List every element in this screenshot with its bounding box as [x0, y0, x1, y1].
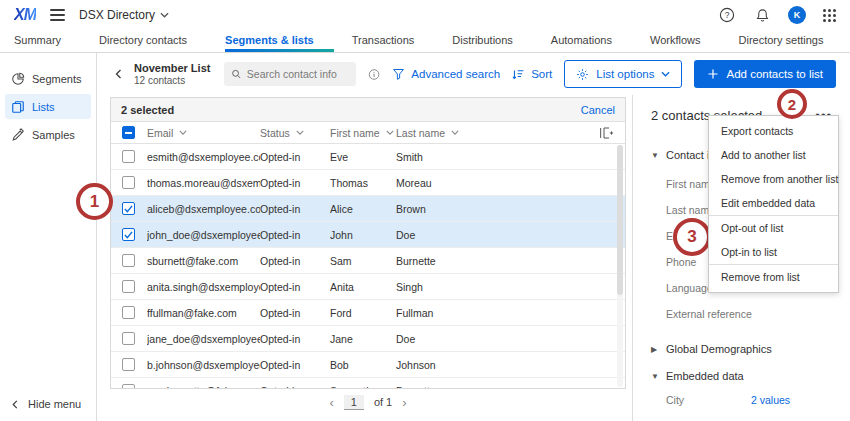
row-checkbox[interactable]	[122, 176, 135, 189]
add-column-icon[interactable]	[599, 126, 625, 140]
app-grid-icon[interactable]	[823, 9, 836, 22]
search-icon	[231, 68, 241, 80]
row-checkbox[interactable]	[122, 150, 135, 163]
help-icon[interactable]: ?	[718, 6, 736, 24]
advanced-search-button[interactable]: Advanced search	[392, 68, 500, 80]
table-row[interactable]: ffullman@fake.comOpted-inFordFullman	[111, 300, 625, 326]
table-row-selected[interactable]: aliceb@dsxemployee.comOpted-inAliceBrown	[111, 196, 625, 222]
prev-page-button[interactable]: ‹	[329, 395, 333, 410]
menu-item-opt-out-of-list[interactable]: Opt-out of list	[709, 216, 838, 240]
table-header-row: Email Status First name Last name	[111, 122, 625, 144]
sidebar: Segments Lists Samples Hide menu	[0, 53, 97, 421]
column-header-status[interactable]: Status	[260, 127, 330, 139]
row-checkbox[interactable]	[122, 280, 135, 293]
contact-table-area: 2 selected Cancel Email Status First nam…	[97, 95, 632, 421]
back-button[interactable]	[115, 69, 122, 79]
selection-bar: 2 selected Cancel	[111, 98, 625, 122]
tab-segments-lists[interactable]: Segments & lists	[225, 30, 334, 52]
chevron-down-icon	[386, 130, 394, 135]
chevron-down-icon	[296, 130, 304, 135]
menu-item-add-to-another-list[interactable]: Add to another list	[709, 143, 838, 167]
sidebar-item-label: Samples	[32, 129, 75, 141]
tab-directory-contacts[interactable]: Directory contacts	[99, 30, 207, 52]
list-toolbar: November List 12 contacts Advanced searc…	[97, 53, 850, 95]
hide-menu-button[interactable]: Hide menu	[12, 398, 81, 410]
column-header-email[interactable]: Email	[147, 127, 260, 139]
svg-text:?: ?	[725, 10, 730, 20]
filter-funnel-icon	[392, 68, 405, 80]
next-page-button[interactable]: ›	[402, 395, 406, 410]
sidebar-item-lists[interactable]: Lists	[5, 94, 91, 119]
directory-selector[interactable]: DSX Directory	[79, 8, 169, 22]
notifications-bell-icon[interactable]	[753, 6, 771, 24]
caret-down-icon: ▼	[651, 372, 659, 381]
list-contact-count: 12 contacts	[134, 75, 210, 87]
row-checkbox-checked[interactable]	[122, 228, 135, 241]
table-row[interactable]: sburnett@fake.comOpted-inSamBurnette	[111, 248, 625, 274]
directory-tabs: Summary Directory contacts Segments & li…	[0, 30, 850, 53]
directory-name: DSX Directory	[79, 8, 155, 22]
embedded-data-row: City 2 values	[666, 394, 834, 406]
user-avatar[interactable]: K	[788, 6, 806, 24]
embedded-field-value-link[interactable]: 2 values	[751, 394, 790, 406]
hamburger-menu-icon[interactable]	[50, 9, 65, 21]
embedded-data-section-header[interactable]: ▼ Embedded data	[651, 370, 834, 382]
pie-chart-icon	[11, 72, 25, 86]
tab-automations[interactable]: Automations	[551, 30, 632, 52]
menu-item-remove-from-another-list[interactable]: Remove from another list	[709, 167, 838, 191]
tab-workflows[interactable]: Workflows	[650, 30, 721, 52]
list-title-block: November List 12 contacts	[134, 62, 210, 86]
search-box[interactable]	[224, 62, 356, 86]
table-scrollbar[interactable]	[617, 145, 623, 387]
list-title: November List	[134, 62, 210, 75]
column-header-first-name[interactable]: First name	[330, 127, 396, 139]
column-header-last-name[interactable]: Last name	[396, 127, 599, 139]
sidebar-item-samples[interactable]: Samples	[5, 122, 91, 147]
tab-summary[interactable]: Summary	[14, 30, 81, 52]
pagination: ‹ 1 of 1 ›	[110, 389, 626, 415]
plus-icon	[707, 68, 719, 80]
field-label: External reference	[666, 301, 834, 327]
row-checkbox[interactable]	[122, 306, 135, 319]
row-checkbox[interactable]	[122, 358, 135, 371]
menu-item-remove-from-list[interactable]: Remove from list	[709, 265, 838, 289]
table-row[interactable]: jane_doe@dsxemployee....Opted-inJaneDoe	[111, 326, 625, 352]
sidebar-item-segments[interactable]: Segments	[5, 66, 91, 91]
sidebar-item-label: Segments	[32, 73, 82, 85]
global-demographics-section-header[interactable]: ▶ Global Demographics	[651, 343, 834, 355]
table-row[interactable]: samburnette@fake.comOpted-inSamanthaBurn…	[111, 378, 625, 389]
top-bar: XM DSX Directory ? K	[0, 0, 850, 30]
search-input[interactable]	[247, 68, 349, 80]
list-options-button[interactable]: List options	[564, 60, 682, 88]
page-number-input[interactable]: 1	[344, 395, 364, 410]
add-contacts-button[interactable]: Add contacts to list	[694, 60, 836, 88]
chevron-left-icon	[115, 69, 122, 79]
tab-distributions[interactable]: Distributions	[452, 30, 533, 52]
row-checkbox[interactable]	[122, 332, 135, 345]
tab-transactions[interactable]: Transactions	[352, 30, 435, 52]
table-row[interactable]: b.johnson@dsxemployee....Opted-inBobJohn…	[111, 352, 625, 378]
cancel-selection-link[interactable]: Cancel	[581, 104, 615, 116]
select-all-checkbox[interactable]	[122, 126, 135, 139]
sort-button[interactable]: Sort	[512, 68, 552, 81]
menu-item-edit-embedded-data[interactable]: Edit embedded data	[709, 191, 838, 215]
table-row[interactable]: esmith@dsxemployee.comOpted-inEveSmith	[111, 144, 625, 170]
contact-actions-menu: Export contacts Add to another list Remo…	[708, 115, 839, 293]
tab-directory-settings[interactable]: Directory settings	[739, 30, 844, 52]
table-row[interactable]: anita.singh@dsxemployee...Opted-inAnitaS…	[111, 274, 625, 300]
info-icon[interactable]	[368, 68, 380, 81]
lists-icon	[11, 100, 25, 114]
topbar-actions: ? K	[718, 6, 836, 24]
menu-item-export-contacts[interactable]: Export contacts	[709, 119, 838, 143]
eyedropper-icon	[11, 128, 25, 142]
row-checkbox[interactable]	[122, 384, 135, 389]
chevron-left-icon	[12, 400, 18, 409]
caret-down-icon: ▼	[651, 151, 659, 160]
row-checkbox-checked[interactable]	[122, 202, 135, 215]
chevron-down-icon	[661, 71, 670, 77]
table-row[interactable]: thomas.moreau@dsxempl...Opted-inThomasMo…	[111, 170, 625, 196]
contact-details-panel: 2 contacts selected ••• ▼ Contact info F…	[632, 95, 850, 421]
table-row-selected[interactable]: john_doe@dsxemployee....Opted-inJohnDoe	[111, 222, 625, 248]
menu-item-opt-in-to-list[interactable]: Opt-in to list	[709, 240, 838, 264]
row-checkbox[interactable]	[122, 254, 135, 267]
